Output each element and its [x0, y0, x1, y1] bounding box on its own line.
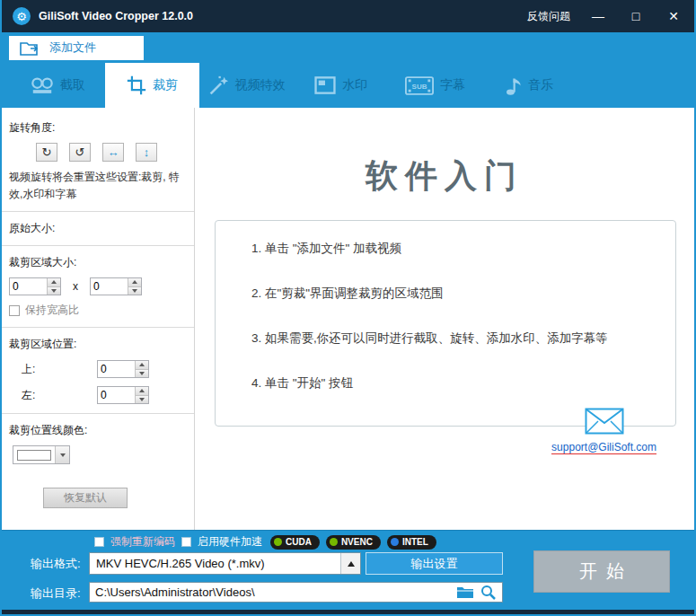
divider	[2, 413, 194, 414]
rotate-cw-icon: ↻	[42, 145, 52, 159]
maximize-button[interactable]: □	[626, 9, 646, 23]
rotate-counterclockwise-button[interactable]: ↺	[69, 143, 91, 162]
feedback-link[interactable]: 反馈问题	[527, 9, 570, 24]
getting-started-title: 软件入门	[195, 108, 694, 198]
flip-horizontal-icon: ↔	[108, 145, 119, 159]
crop-left-spin-arrows	[135, 387, 148, 403]
crop-left-spinner[interactable]	[97, 386, 149, 404]
nvidia-logo-icon	[330, 538, 338, 546]
crop-top-input[interactable]	[98, 361, 135, 377]
close-button[interactable]: ✕	[664, 9, 683, 23]
spin-up-button[interactable]	[48, 278, 60, 286]
crop-icon	[127, 75, 146, 95]
nvenc-badge: NVENC	[326, 535, 381, 550]
spin-down-button[interactable]	[128, 286, 141, 295]
tab-capture[interactable]: 截取	[11, 63, 105, 108]
top-label: 上:	[22, 362, 97, 377]
tab-watermark[interactable]: 水印	[294, 63, 388, 108]
start-button[interactable]: 开始	[533, 550, 670, 593]
subtitle-icon: SUB	[405, 76, 434, 95]
search-icon[interactable]	[480, 585, 496, 600]
color-dropdown-arrow[interactable]	[55, 446, 69, 463]
original-size-label: 原始大小:	[9, 221, 187, 236]
add-file-button[interactable]: 添加文件	[9, 36, 144, 60]
output-format-value: MKV HEVC/H.265 Video (*.mkv)	[90, 557, 340, 570]
tab-subtitle-label: 字幕	[440, 77, 465, 93]
gear-icon: ⚙	[16, 10, 27, 23]
cuda-badge: CUDA	[270, 535, 320, 550]
browse-folder-icon[interactable]	[456, 585, 474, 599]
crop-height-spinner[interactable]	[90, 277, 142, 295]
titlebar: ⚙ GiliSoft Video Cropper 12.0.0 反馈问题 — □…	[2, 0, 694, 32]
keep-aspect-checkbox[interactable]: 保持宽高比	[9, 303, 187, 318]
add-file-label: 添加文件	[49, 40, 96, 56]
capture-icon	[31, 75, 54, 96]
tab-capture-label: 截取	[60, 77, 85, 93]
rotation-buttons: ↻ ↺ ↔ ↕	[36, 143, 187, 162]
rotation-reset-note: 视频旋转将会重置这些设置:裁剪, 特效,水印和字幕	[9, 169, 187, 202]
tab-bar: 截取 裁剪 视频特效 水印	[2, 63, 694, 108]
flip-vertical-button[interactable]: ↕	[136, 143, 157, 162]
flip-vertical-icon: ↕	[144, 145, 150, 159]
color-swatch	[17, 450, 51, 461]
tab-crop[interactable]: 裁剪	[105, 63, 199, 108]
intel-badge-label: INTEL	[402, 537, 428, 547]
crop-left-row: 左:	[9, 386, 187, 404]
crop-width-spinner[interactable]	[9, 277, 61, 295]
size-separator: x	[73, 280, 78, 293]
window-title: GiliSoft Video Cropper 12.0.0	[39, 10, 193, 22]
spin-down-button[interactable]	[48, 286, 60, 295]
tab-crop-label: 裁剪	[153, 77, 178, 93]
spin-up-button[interactable]	[136, 387, 148, 395]
getting-started-box: 1. 单击 "添加文件" 加载视频 2. 在"剪裁"界面调整裁剪的区域范围 3.…	[215, 220, 676, 427]
format-dropdown-arrow[interactable]	[340, 553, 360, 574]
output-format-select[interactable]: MKV HEVC/H.265 Video (*.mkv)	[89, 552, 361, 575]
cuda-badge-label: CUDA	[286, 537, 312, 547]
divider	[2, 211, 194, 212]
restore-default-button[interactable]: 恢复默认	[43, 488, 128, 508]
spin-up-button[interactable]	[128, 278, 141, 286]
crop-settings-sidebar: 旋转角度: ↻ ↺ ↔ ↕ 视频旋转将会重置这些设置:裁剪, 特效,水印和字幕 …	[2, 108, 195, 530]
nvenc-badge-label: NVENC	[341, 537, 373, 547]
output-dir-input[interactable]	[90, 585, 456, 599]
spin-down-button[interactable]	[136, 369, 148, 378]
spin-down-button[interactable]	[136, 395, 148, 404]
flip-horizontal-button[interactable]: ↔	[102, 143, 124, 162]
crop-height-input[interactable]	[91, 278, 128, 295]
app-logo-icon: ⚙	[13, 7, 31, 25]
rotate-clockwise-button[interactable]: ↻	[36, 143, 57, 162]
hw-accel-label: 启用硬件加速	[198, 534, 262, 550]
output-dir-field[interactable]	[89, 582, 503, 603]
output-settings-button[interactable]: 输出设置	[366, 552, 503, 575]
keep-aspect-label: 保持宽高比	[25, 303, 79, 318]
rotate-ccw-icon: ↺	[75, 145, 85, 159]
minimize-button[interactable]: —	[588, 9, 608, 23]
main-panel: 软件入门 1. 单击 "添加文件" 加载视频 2. 在"剪裁"界面调整裁剪的区域…	[195, 108, 694, 530]
crop-line-color-select[interactable]	[13, 445, 70, 464]
bottom-bar: 强制重新编码 启用硬件加速 CUDA NVENC INTEL 输出格式: MKV…	[2, 530, 694, 610]
intel-badge: INTEL	[387, 535, 436, 550]
magic-wand-icon	[208, 75, 229, 96]
crop-line-color-label: 裁剪位置线颜色:	[9, 423, 187, 438]
crop-size-row: x	[9, 277, 187, 295]
tab-effects[interactable]: 视频特效	[199, 63, 294, 108]
nvidia-logo-icon	[274, 538, 282, 546]
crop-top-spin-arrows	[135, 361, 148, 377]
support-email-link[interactable]: support@GiliSoft.com	[551, 441, 656, 454]
email-envelope-icon	[585, 408, 624, 435]
crop-top-spinner[interactable]	[97, 360, 149, 378]
crop-top-row: 上:	[9, 360, 187, 378]
step-2: 2. 在"剪裁"界面调整裁剪的区域范围	[251, 286, 661, 302]
app-window: ⚙ GiliSoft Video Cropper 12.0.0 反馈问题 — □…	[0, 0, 696, 616]
spin-up-button[interactable]	[136, 361, 148, 369]
hw-accel-checkbox[interactable]	[181, 537, 191, 547]
crop-width-input[interactable]	[10, 278, 47, 295]
divider	[2, 245, 194, 246]
rotation-angle-label: 旋转角度:	[9, 120, 187, 136]
crop-left-input[interactable]	[98, 387, 135, 403]
tab-music[interactable]: 音乐	[482, 63, 577, 108]
tab-subtitle[interactable]: SUB 字幕	[388, 63, 482, 108]
crop-area-size-label: 裁剪区域大小:	[9, 255, 187, 270]
keep-aspect-checkbox-box[interactable]	[9, 305, 20, 316]
force-reencode-checkbox[interactable]	[94, 537, 104, 547]
